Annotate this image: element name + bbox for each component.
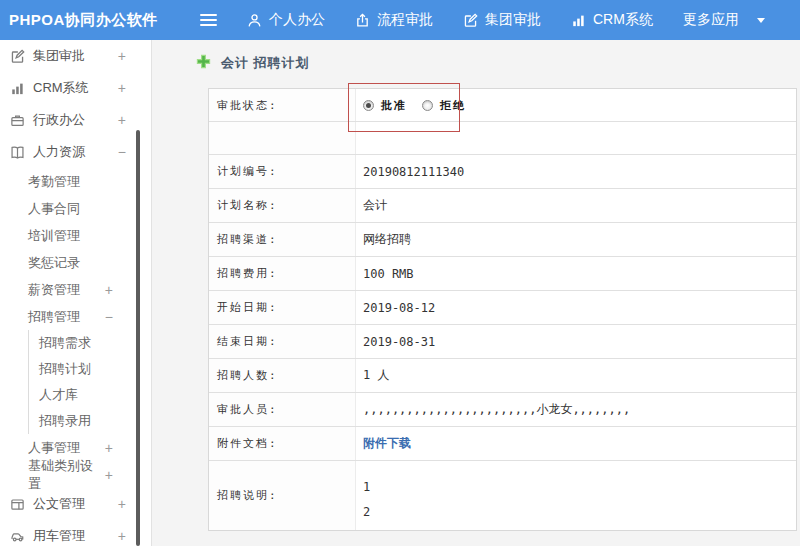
sidebar-item-admin-office[interactable]: 行政办公+ [0, 104, 151, 136]
collapse-icon: − [105, 310, 113, 324]
sidebar-item-recruit-hire[interactable]: 招聘录用 [28, 408, 151, 434]
sidebar-item-recruit-plan[interactable]: 招聘计划 [28, 356, 151, 382]
chart-icon [571, 13, 586, 28]
field-value-recruit-channel: 网络招聘 [356, 223, 796, 256]
sidebar-item-recruit-demand[interactable]: 招聘需求 [28, 330, 151, 356]
sidebar-item-label: 用车管理 [33, 527, 85, 545]
sidebar-item-human-resources[interactable]: 人力资源− [0, 136, 151, 168]
field-label-end-date: 结束日期: [209, 325, 356, 358]
sidebar-item-label: 人事管理 [28, 439, 80, 457]
field-label-approvers: 审批人员: [209, 393, 356, 426]
sidebar-item-base-category-settings[interactable]: 基础类别设置+ [0, 461, 151, 488]
field-label-approval-status: 审批状态: [209, 89, 356, 121]
expand-icon: + [118, 81, 126, 95]
nav-item-group-approval[interactable]: 集团审批 [463, 11, 541, 29]
approval-status-row: 审批状态: 批准 拒绝 [209, 89, 796, 122]
field-value-end-date: 2019-08-31 [356, 325, 796, 358]
field-row-end-date: 结束日期:2019-08-31 [209, 325, 796, 359]
sidebar-item-label: CRM系统 [33, 79, 89, 97]
field-row-plan-no: 计划编号:20190812111340 [209, 155, 796, 189]
main-layout: 集团审批+CRM系统+行政办公+人力资源−考勤管理人事合同培训管理奖惩记录薪资管… [0, 40, 800, 546]
expand-icon: + [118, 529, 126, 543]
expand-icon: + [118, 497, 126, 511]
field-label-plan-name: 计划名称: [209, 189, 356, 222]
sidebar-item-label: 奖惩记录 [28, 254, 80, 272]
nav-item-workflow-approval[interactable]: 流程审批 [355, 11, 433, 29]
field-label-recruit-channel: 招聘渠道: [209, 223, 356, 256]
field-rows: 计划编号:20190812111340计划名称:会计招聘渠道:网络招聘招聘费用:… [209, 155, 796, 530]
sidebar-item-document-mgmt[interactable]: 公文管理+ [0, 488, 151, 520]
field-value-plan-no: 20190812111340 [356, 155, 796, 188]
field-label-plan-no: 计划编号: [209, 155, 356, 188]
field-row-recruit-channel: 招聘渠道:网络招聘 [209, 223, 796, 257]
sidebar-item-training-mgmt[interactable]: 培训管理 [0, 222, 151, 249]
app-logo[interactable]: PHPOA协同办公软件 [0, 11, 192, 30]
flow-icon [355, 13, 370, 28]
main-content: 会计 招聘计划 审批状态: 批准 拒绝 审批信息 计划编号:2019081211… [152, 40, 800, 546]
expand-icon: + [105, 468, 113, 482]
sidebar-item-attendance-mgmt[interactable]: 考勤管理 [0, 168, 151, 195]
sidebar-item-label: 招聘管理 [28, 308, 80, 326]
sidebar-item-recruit-mgmt[interactable]: 招聘管理− [0, 303, 151, 330]
page-title-text: 会计 招聘计划 [221, 54, 310, 72]
nav-item-label: 集团审批 [485, 11, 541, 29]
field-value-recruit-desc: 1 2 [356, 461, 796, 530]
field-row-start-date: 开始日期:2019-08-12 [209, 291, 796, 325]
nav-item-personal-office[interactable]: 个人办公 [247, 11, 325, 29]
sidebar-item-talent-pool[interactable]: 人才库 [28, 382, 151, 408]
field-label-start-date: 开始日期: [209, 291, 356, 324]
sidebar-item-label: 基础类别设置 [28, 457, 105, 493]
sidebar-item-label: 集团审批 [33, 47, 85, 65]
sidebar-item-label: 公文管理 [33, 495, 85, 513]
sidebar: 集团审批+CRM系统+行政办公+人力资源−考勤管理人事合同培训管理奖惩记录薪资管… [0, 40, 152, 546]
field-row-recruit-count: 招聘人数:1 人 [209, 359, 796, 393]
sidebar-item-reward-punishment[interactable]: 奖惩记录 [0, 249, 151, 276]
sidebar-item-label: 薪资管理 [28, 281, 80, 299]
empty-label-cell [209, 122, 356, 154]
field-value-attachment: 附件下载 [356, 427, 796, 460]
approval-button-row: 审批信息 [209, 122, 796, 155]
attachment-download-link[interactable]: 附件下载 [363, 435, 411, 452]
sidebar-item-label: 招聘需求 [39, 334, 91, 352]
expand-icon: + [105, 441, 113, 455]
sidebar-item-label: 考勤管理 [28, 173, 80, 191]
sidebar-item-label: 招聘计划 [39, 360, 91, 378]
sidebar-item-label: 人事合同 [28, 200, 80, 218]
sidebar-item-label: 招聘录用 [39, 412, 91, 430]
field-row-plan-name: 计划名称:会计 [209, 189, 796, 223]
sidebar-item-label: 行政办公 [33, 111, 85, 129]
menu-toggle-icon[interactable] [200, 11, 217, 29]
briefcase-icon [10, 113, 25, 128]
radio-approve-label: 批准 [381, 98, 407, 113]
nav-item-label: 更多应用 [683, 11, 739, 29]
user-icon [247, 13, 262, 28]
sidebar-scrollbar[interactable] [136, 130, 140, 546]
approval-button-cell: 审批信息 [356, 122, 796, 154]
sidebar-item-vehicle-mgmt[interactable]: 用车管理+ [0, 520, 151, 546]
field-row-attachment: 附件文档:附件下载 [209, 427, 796, 461]
field-label-recruit-desc: 招聘说明: [209, 461, 356, 530]
car-icon [10, 529, 25, 544]
main-nav: 个人办公流程审批集团审批CRM系统更多应用 [217, 11, 765, 29]
nav-item-more-apps[interactable]: 更多应用 [683, 11, 765, 29]
expand-icon: + [118, 113, 126, 127]
nav-item-crm-system[interactable]: CRM系统 [571, 11, 653, 29]
top-navbar: PHPOA协同办公软件 个人办公流程审批集团审批CRM系统更多应用 [0, 0, 800, 40]
sidebar-item-label: 培训管理 [28, 227, 80, 245]
chart-icon [10, 81, 25, 96]
radio-approve[interactable] [363, 100, 374, 111]
radio-reject[interactable] [422, 100, 433, 111]
field-value-start-date: 2019-08-12 [356, 291, 796, 324]
book-icon [10, 145, 25, 160]
sidebar-item-group-approval[interactable]: 集团审批+ [0, 40, 151, 72]
page-title: 会计 招聘计划 [196, 54, 310, 72]
field-value-plan-name: 会计 [356, 189, 796, 222]
expand-icon: + [105, 283, 113, 297]
sidebar-item-hr-contract[interactable]: 人事合同 [0, 195, 151, 222]
doc-icon [10, 497, 25, 512]
field-row-approvers: 审批人员:,,,,,,,,,,,,,,,,,,,,,,,,小龙女,,,,,,,, [209, 393, 796, 427]
sidebar-item-salary-mgmt[interactable]: 薪资管理+ [0, 276, 151, 303]
sidebar-item-crm-system[interactable]: CRM系统+ [0, 72, 151, 104]
field-row-recruit-cost: 招聘费用:100 RMB [209, 257, 796, 291]
field-label-recruit-cost: 招聘费用: [209, 257, 356, 290]
